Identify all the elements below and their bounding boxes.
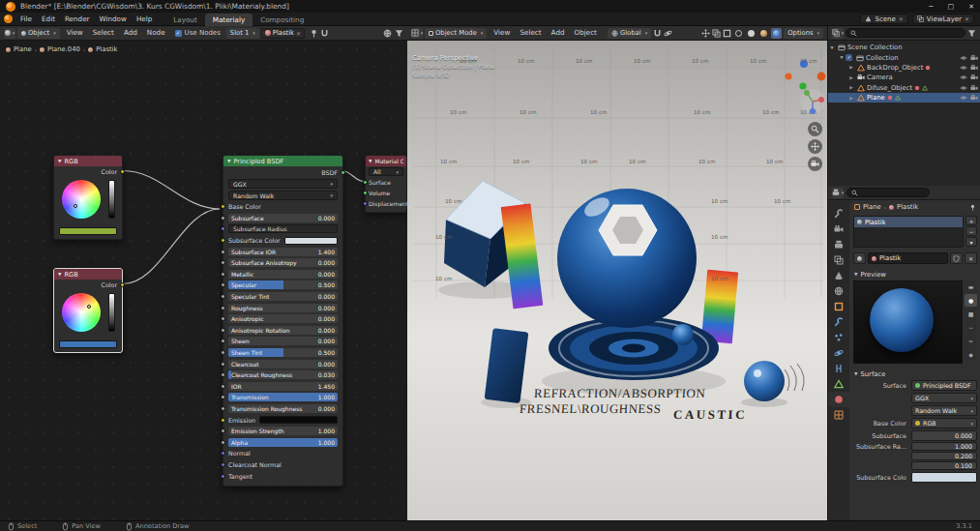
input-socket-sheen[interactable] <box>221 339 225 343</box>
hide-viewport-toggle[interactable] <box>960 74 967 81</box>
menu-file[interactable]: File <box>15 13 37 26</box>
disable-render-toggle[interactable] <box>970 94 978 102</box>
properties-tab-render[interactable] <box>828 221 849 237</box>
scene-unlink-icon[interactable]: ✕ <box>899 15 904 22</box>
input-socket-subsurface-ior[interactable] <box>221 250 225 254</box>
input-socket-tangent[interactable] <box>221 474 225 479</box>
distribution-dropdown[interactable]: GGX▾ <box>911 393 977 403</box>
view-layer-unlink-icon[interactable]: ✕ <box>965 15 969 22</box>
disable-render-toggle[interactable] <box>970 84 978 92</box>
hide-viewport-toggle[interactable] <box>960 54 967 62</box>
scene-selector[interactable]: Scene ✕ <box>860 14 907 24</box>
slider-subsurface[interactable]: Subsurface0.000 <box>228 214 338 222</box>
viewport-menu-add[interactable]: Add <box>547 26 570 40</box>
editor-type-button[interactable]: ▾ <box>832 188 844 198</box>
overlays-icon[interactable] <box>383 29 392 38</box>
snap-magnet-icon[interactable] <box>653 29 662 38</box>
input-socket-specular-tint[interactable] <box>221 294 225 299</box>
properties-tab-data[interactable] <box>828 376 849 392</box>
pin-icon[interactable] <box>310 29 318 38</box>
orientation-dropdown[interactable]: Global▾ <box>608 28 651 39</box>
properties-tab-physics[interactable] <box>828 345 849 361</box>
minimize-button[interactable]: ─ <box>929 3 933 11</box>
outliner-row-plane[interactable]: ▶Plane <box>828 93 980 103</box>
surface-section-header[interactable]: ▼Surface <box>849 369 980 379</box>
principled-bsdf-node[interactable]: ▼Principled BSDF BSDF GGX▾ Random Walk▾ … <box>223 155 343 487</box>
node-header[interactable]: ▼RGB <box>54 156 122 166</box>
node-header[interactable]: ▼RGB <box>54 269 122 280</box>
overlays-toggle-icon[interactable] <box>712 29 721 38</box>
preview-type-cloth[interactable]: ≈ <box>965 335 977 347</box>
shading-material-button[interactable] <box>758 28 769 39</box>
input-socket-transmission-roughness[interactable] <box>221 406 225 411</box>
bsdf-output-socket[interactable] <box>341 170 345 175</box>
output-target-dropdown[interactable]: All▾ <box>369 167 403 177</box>
color-swatch-subsurface-color[interactable] <box>284 237 338 245</box>
slider-anisotropic[interactable]: Anisotropic0.000 <box>228 314 338 323</box>
properties-tab-view-layer[interactable] <box>828 252 849 268</box>
properties-tab-world[interactable] <box>828 283 849 299</box>
workspace-tab-layout[interactable]: Layout <box>165 14 204 26</box>
input-socket-metallic[interactable] <box>221 272 225 277</box>
slider-sheen[interactable]: Sheen0.000 <box>228 337 338 345</box>
subsurface-radius-value-0[interactable]: 1.000 <box>911 442 977 451</box>
input-socket-surface[interactable] <box>363 180 368 185</box>
outliner-row-camera[interactable]: ▶Camera <box>828 73 980 82</box>
properties-search-input[interactable] <box>860 189 925 196</box>
base-color-link-button[interactable]: RGB▾ <box>911 418 977 428</box>
material-slot-active[interactable]: Plastik <box>854 217 963 227</box>
rgb-node-1[interactable]: ▼RGB Color <box>53 155 123 240</box>
slider-transmission-roughness[interactable]: Transmission Roughness0.000 <box>228 404 338 413</box>
input-socket-emission-strength[interactable] <box>221 428 225 433</box>
material-slot-dropdown[interactable]: Slot 1▾ <box>226 28 259 39</box>
slider-clearcoat[interactable]: Clearcoat0.000 <box>228 360 338 369</box>
shader-menu-add[interactable]: Add <box>119 26 142 40</box>
color-wheel-cursor[interactable] <box>87 305 91 309</box>
slider-metallic[interactable]: Metallic0.000 <box>228 270 338 279</box>
camera-view-button[interactable] <box>808 157 822 171</box>
viewport-render-area[interactable]: 10 cm10 cm10 cm10 cm10 cm10 cm10 cm10 cm… <box>407 41 827 520</box>
input-socket-anisotropic-rotation[interactable] <box>221 328 225 333</box>
input-socket-subsurface-color[interactable] <box>221 238 225 243</box>
slider-subsurface-ior[interactable]: Subsurface IOR1.400 <box>228 248 338 256</box>
input-socket-subsurface-anisotropy[interactable] <box>221 260 225 265</box>
shader-type-dropdown[interactable]: Object▾ <box>17 28 60 39</box>
expand-toggle-icon[interactable]: ▼ <box>828 45 836 50</box>
distribution-dropdown[interactable]: GGX▾ <box>228 179 338 189</box>
outliner-row-difuse-object[interactable]: ▶Difuse_Object <box>828 83 980 93</box>
hide-viewport-toggle[interactable] <box>960 64 967 72</box>
collection-checkbox[interactable]: ✓ <box>846 54 852 61</box>
input-socket-clearcoat-roughness[interactable] <box>221 372 225 377</box>
rgb-node-2[interactable]: ▼RGB Color <box>53 268 123 353</box>
preview-type-cube[interactable]: ■ <box>965 308 977 320</box>
input-socket-alpha[interactable] <box>221 440 225 445</box>
slot-button-specials[interactable]: ▾ <box>965 237 977 247</box>
preview-type-sphere[interactable]: ● <box>965 294 977 307</box>
menu-render[interactable]: Render <box>60 13 95 26</box>
disable-render-toggle[interactable] <box>970 74 978 81</box>
use-nodes-checkbox[interactable]: ✓ <box>175 30 182 37</box>
vector-field-subsurface-radius[interactable]: Subsurface Radius <box>228 224 338 233</box>
slider-specular[interactable]: Specular0.500 <box>228 280 338 289</box>
proportional-edit-icon[interactable] <box>664 29 672 38</box>
outliner-search-input[interactable] <box>859 29 961 37</box>
editor-type-button[interactable]: ▾ <box>411 28 423 39</box>
input-socket-anisotropic[interactable] <box>221 316 225 321</box>
shading-solid-button[interactable] <box>746 28 757 39</box>
slider-transmission[interactable]: Transmission1.000 <box>228 393 338 401</box>
color-output-socket[interactable] <box>120 169 125 174</box>
menu-help[interactable]: Help <box>132 13 157 26</box>
input-socket-sheen-tint[interactable] <box>221 350 225 355</box>
preview-section-header[interactable]: ▼Preview <box>849 269 980 280</box>
properties-tab-material[interactable] <box>828 392 849 407</box>
subsurface-radius-value-2[interactable]: 0.100 <box>911 461 977 470</box>
close-button[interactable]: ✕ <box>968 3 974 11</box>
filter-icon[interactable] <box>395 29 403 38</box>
expand-toggle-icon[interactable]: ▶ <box>847 75 855 80</box>
shader-menu-view[interactable]: View <box>62 26 88 40</box>
properties-tab-texture[interactable] <box>828 407 849 423</box>
outliner-filter-icon[interactable] <box>967 29 976 38</box>
node-header[interactable]: ▼Material Out <box>366 156 406 166</box>
viewport-menu-view[interactable]: View <box>489 26 515 40</box>
color-output-socket[interactable] <box>120 282 125 287</box>
